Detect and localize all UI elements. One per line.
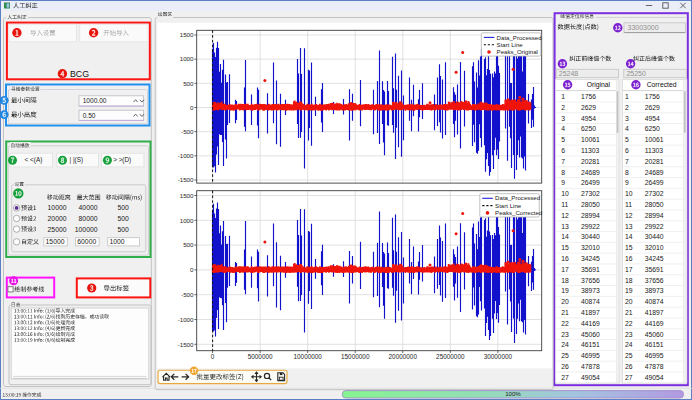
svg-text:10061: 10061: [645, 136, 664, 143]
svg-text:10: 10: [561, 190, 569, 197]
svg-text:500: 500: [118, 204, 130, 211]
svg-text:27: 27: [561, 374, 569, 381]
svg-text:30000000: 30000000: [484, 353, 513, 360]
svg-text:Data_Processed: Data_Processed: [495, 194, 540, 201]
svg-text:7: 7: [561, 158, 565, 165]
svg-text:100000: 100000: [75, 226, 98, 233]
svg-text:500: 500: [118, 215, 130, 222]
svg-text:1000: 1000: [110, 238, 125, 245]
svg-text:40874: 40874: [581, 298, 600, 305]
svg-text:46995: 46995: [645, 352, 664, 359]
svg-text:60000: 60000: [77, 238, 96, 245]
svg-text:Start Line: Start Line: [497, 41, 524, 48]
svg-text:19: 19: [625, 287, 633, 294]
svg-text:21: 21: [561, 309, 569, 316]
svg-text:21: 21: [625, 309, 633, 316]
svg-text:18: 18: [625, 277, 633, 284]
svg-text:1000: 1000: [180, 55, 194, 62]
svg-text:13: 13: [625, 223, 633, 230]
svg-text:20000: 20000: [48, 215, 67, 222]
svg-text:34245: 34245: [581, 255, 600, 262]
svg-text:100%: 100%: [505, 390, 521, 397]
svg-text:32010: 32010: [645, 244, 664, 251]
svg-text:17: 17: [625, 266, 633, 273]
svg-text:47878: 47878: [645, 363, 664, 370]
svg-text:49054: 49054: [645, 374, 664, 381]
svg-text:3: 3: [561, 115, 565, 122]
svg-text:29922: 29922: [645, 223, 664, 230]
svg-text:1: 1: [625, 93, 629, 100]
svg-text:2629: 2629: [645, 104, 660, 111]
svg-text:44169: 44169: [581, 320, 600, 327]
svg-text:24: 24: [625, 341, 633, 348]
svg-text:17: 17: [561, 266, 569, 273]
svg-text:< <(A): < <(A): [25, 156, 43, 164]
svg-text:20000000: 20000000: [389, 353, 418, 360]
svg-text:16: 16: [625, 255, 633, 262]
svg-text:| |(S): | |(S): [69, 156, 83, 164]
svg-text:0: 0: [190, 104, 194, 111]
svg-text:12: 12: [625, 212, 633, 219]
svg-text:28994: 28994: [581, 212, 600, 219]
svg-text:10000000: 10000000: [293, 353, 322, 360]
svg-text:25248: 25248: [559, 70, 579, 77]
svg-text:BCG: BCG: [70, 69, 89, 79]
svg-text:35691: 35691: [645, 266, 664, 273]
svg-text:28050: 28050: [581, 201, 600, 208]
svg-text:25000: 25000: [48, 226, 67, 233]
svg-text:4954: 4954: [581, 115, 596, 122]
svg-text:45060: 45060: [581, 331, 600, 338]
svg-text:26: 26: [561, 363, 569, 370]
svg-text:24689: 24689: [581, 169, 600, 176]
svg-text:4: 4: [625, 125, 629, 132]
svg-text:80000: 80000: [79, 215, 98, 222]
svg-text:-1500: -1500: [178, 176, 194, 183]
svg-text:0: 0: [211, 353, 215, 360]
svg-text:Peaks_Corrected: Peaks_Corrected: [495, 209, 542, 216]
svg-text:2629: 2629: [581, 104, 596, 111]
svg-text:8: 8: [561, 169, 565, 176]
svg-text:28994: 28994: [645, 212, 664, 219]
svg-text:34245: 34245: [645, 255, 664, 262]
svg-text:32010: 32010: [581, 244, 600, 251]
svg-text:Data_Processed: Data_Processed: [497, 34, 542, 41]
svg-text:14: 14: [561, 233, 569, 240]
svg-text:1000.00: 1000.00: [83, 97, 107, 104]
svg-text:13: 13: [561, 223, 569, 230]
svg-text:20: 20: [561, 298, 569, 305]
svg-text:10061: 10061: [581, 136, 600, 143]
svg-text:5: 5: [625, 136, 629, 143]
svg-text:15000000: 15000000: [341, 353, 370, 360]
svg-text:35691: 35691: [581, 266, 600, 273]
svg-text:6250: 6250: [581, 125, 596, 132]
svg-text:46151: 46151: [645, 341, 664, 348]
svg-text:3: 3: [625, 115, 629, 122]
svg-text:38973: 38973: [581, 287, 600, 294]
svg-text:10000: 10000: [48, 204, 67, 211]
svg-text:24689: 24689: [645, 169, 664, 176]
svg-text:-500: -500: [181, 128, 194, 135]
svg-text:6: 6: [625, 147, 629, 154]
svg-text:Corrected: Corrected: [647, 81, 677, 88]
svg-text:Original: Original: [587, 81, 611, 89]
svg-text:24: 24: [561, 341, 569, 348]
svg-text:4: 4: [561, 125, 565, 132]
svg-text:16: 16: [561, 255, 569, 262]
svg-text:-500: -500: [181, 291, 194, 298]
svg-text:27302: 27302: [645, 190, 664, 197]
svg-text:12: 12: [561, 212, 569, 219]
svg-text:10: 10: [625, 190, 633, 197]
svg-text:-1000: -1000: [178, 316, 194, 323]
svg-text:46995: 46995: [581, 352, 600, 359]
svg-text:19: 19: [561, 287, 569, 294]
svg-text:11303: 11303: [645, 147, 664, 154]
svg-text:40874: 40874: [645, 298, 664, 305]
svg-text:20: 20: [625, 298, 633, 305]
svg-text:5000000: 5000000: [248, 353, 273, 360]
svg-text:20281: 20281: [645, 158, 664, 165]
svg-text:25250: 25250: [626, 70, 646, 77]
svg-text:> >(D): > >(D): [113, 156, 131, 164]
svg-text:47878: 47878: [581, 363, 600, 370]
svg-text:29922: 29922: [581, 223, 600, 230]
svg-text:40000: 40000: [79, 204, 98, 211]
